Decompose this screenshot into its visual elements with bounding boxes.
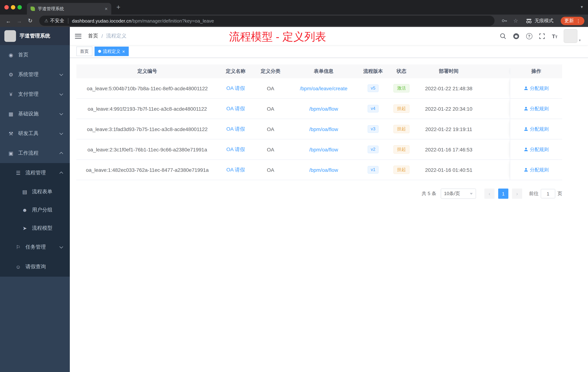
definition-name-link[interactable]: OA 请假 (226, 85, 245, 92)
dashboard-icon: ◉ (8, 52, 14, 58)
sidebar-item-label: 支付管理 (18, 91, 39, 98)
sidebar-item-home[interactable]: ◉ 首页 (0, 45, 70, 65)
page-unit-label: 页 (557, 190, 562, 197)
sidebar-item-task-management[interactable]: ⚐ 任务管理 (0, 237, 70, 257)
tag-close-icon[interactable]: × (122, 49, 125, 54)
sidebar: 芋道管理系统 ◉ 首页 ⚙ 系统管理 ¥ 支付管理 ▦ 基础设施 (0, 27, 70, 372)
status-badge: 激活 (393, 84, 410, 92)
assign-rule-link[interactable]: 分配规则 (524, 166, 549, 173)
bookmark-star-icon[interactable]: ☆ (513, 17, 518, 24)
browser-tab[interactable]: 芋道管理系统 × (27, 3, 111, 15)
password-key-icon[interactable] (501, 17, 507, 24)
next-page-button[interactable]: › (512, 188, 522, 199)
yen-icon: ¥ (8, 91, 14, 97)
cell-category: OA (253, 160, 288, 180)
current-page-button[interactable]: 1 (498, 188, 508, 199)
sidebar-item-system[interactable]: ⚙ 系统管理 (0, 65, 70, 85)
assign-rule-link[interactable]: 分配规则 (524, 85, 549, 92)
forward-button: → (15, 18, 24, 24)
form-info-link[interactable]: /bpm/oa/flow (309, 146, 338, 152)
browser-tab-strip: 芋道管理系统 × + ▾ (0, 0, 588, 15)
tag-process-definition[interactable]: 流程定义 × (94, 47, 128, 56)
cell-definition-id: oa_leave:5:004b710b-7b8a-11ec-8ef0-acde4… (76, 78, 218, 98)
close-window-button[interactable] (4, 5, 9, 10)
definition-name-link[interactable]: OA 请假 (226, 105, 245, 112)
form-icon: ▤ (22, 189, 28, 195)
zoom-window-button[interactable] (17, 5, 22, 10)
sidebar-item-leave-query[interactable]: ☺ 请假查询 (0, 257, 70, 277)
active-dot-icon (98, 50, 101, 53)
form-info-link[interactable]: /bpm/oa/flow (309, 106, 338, 111)
sidebar-item-workflow[interactable]: ▣ 工作流程 (0, 143, 70, 163)
sidebar-item-label: 工作流程 (18, 150, 39, 156)
sidebar-item-payment[interactable]: ¥ 支付管理 (0, 85, 70, 104)
form-info-link[interactable]: /bpm/oa/leave/create (300, 85, 347, 91)
sidebar-item-infrastructure[interactable]: ▦ 基础设施 (0, 104, 70, 124)
sidebar-submenu: ☰ 流程管理 ▤ 流程表单 ☻ 用户分组 ➤ 流程模型 ⚐ (0, 163, 70, 277)
paper-plane-icon: ➤ (22, 225, 28, 231)
hamburger-icon[interactable] (75, 34, 82, 38)
col-deploy-time: 部署时间 (416, 68, 482, 75)
definition-name-link[interactable]: OA 请假 (226, 146, 245, 153)
browser-update-button[interactable]: 更新 ⋮ (561, 17, 584, 25)
sidebar-item-user-group[interactable]: ☻ 用户分组 (0, 201, 70, 219)
tab-close-icon[interactable]: × (105, 6, 108, 11)
search-icon[interactable] (499, 33, 506, 40)
assign-rule-link[interactable]: 分配规则 (524, 146, 549, 153)
sidebar-item-devtools[interactable]: ⚒ 研发工具 (0, 124, 70, 143)
chevron-down-icon (59, 92, 63, 96)
minimize-window-button[interactable] (11, 5, 15, 10)
user-icon (524, 147, 528, 152)
version-badge: v4 (368, 105, 378, 112)
logo-image (4, 30, 16, 42)
update-label: 更新 (564, 17, 574, 24)
status-badge: 挂起 (393, 104, 410, 113)
tab-search-chevron-icon[interactable]: ▾ (581, 4, 583, 10)
sidebar-item-process-model[interactable]: ➤ 流程模型 (0, 219, 70, 237)
form-info-link[interactable]: /bpm/oa/flow (309, 167, 338, 173)
prev-page-button[interactable]: ‹ (484, 188, 494, 199)
definitions-table: 定义编号 定义名称 定义分类 表单信息 流程版本 状态 部署时间 操作 oa_l… (76, 65, 562, 180)
back-button[interactable]: ← (4, 18, 13, 24)
col-status: 状态 (387, 68, 416, 75)
avatar[interactable] (564, 29, 578, 43)
version-badge: v5 (368, 84, 378, 92)
user-menu[interactable]: ▾ (564, 29, 581, 43)
table-row: oa_leave:3:1fad3d93-7b75-11ec-a3c8-acde4… (76, 119, 562, 139)
definition-name-link[interactable]: OA 请假 (226, 126, 245, 132)
process-list-icon: ☰ (15, 170, 21, 176)
breadcrumb: 首页 / 流程定义 (88, 33, 126, 39)
chevron-down-icon (470, 193, 473, 195)
sidebar-item-label: 基础设施 (18, 111, 39, 117)
incognito-label: 无痕模式 (535, 17, 554, 24)
sidebar-item-label: 任务管理 (25, 244, 46, 251)
font-size-icon[interactable]: TT (552, 33, 557, 39)
github-icon[interactable] (513, 33, 520, 40)
menu-dots-icon[interactable]: ⋮ (576, 18, 581, 23)
table-row: oa_leave:5:004b710b-7b8a-11ec-8ef0-acde4… (76, 78, 562, 99)
page-size-select[interactable]: 10条/页 (441, 188, 476, 199)
sidebar-item-label: 研发工具 (18, 130, 39, 137)
main-panel: 首页 / 流程定义 流程模型 - 定义列表 ? TT (70, 27, 588, 372)
help-icon[interactable]: ? (526, 33, 532, 39)
definition-name-link[interactable]: OA 请假 (226, 166, 245, 173)
chevron-down-icon (59, 245, 63, 248)
sidebar-item-label: 首页 (18, 52, 28, 58)
new-tab-button[interactable]: + (116, 3, 120, 11)
sidebar-item-process-management[interactable]: ☰ 流程管理 (0, 163, 70, 183)
reload-button[interactable]: ↻ (25, 17, 35, 24)
not-secure-label[interactable]: 不安全 (50, 17, 64, 24)
assign-rule-link[interactable]: 分配规则 (524, 105, 549, 112)
fullscreen-icon[interactable] (538, 33, 546, 40)
navbar-actions: ? TT ▾ (499, 29, 584, 43)
tag-home[interactable]: 首页 (76, 47, 92, 56)
breadcrumb-home-link[interactable]: 首页 (88, 33, 98, 39)
user-icon: ☺ (15, 264, 21, 270)
assign-rule-link[interactable]: 分配规则 (524, 126, 549, 132)
form-info-link[interactable]: /bpm/oa/flow (309, 126, 338, 132)
goto-page-input[interactable] (541, 189, 555, 198)
user-icon (524, 167, 528, 172)
sidebar-item-process-form[interactable]: ▤ 流程表单 (0, 183, 70, 201)
sidebar-logo[interactable]: 芋道管理系统 (0, 27, 70, 45)
address-bar[interactable]: ⚠ 不安全 dashboard.yudao.iocoder.cn /bpm/ma… (39, 16, 494, 26)
